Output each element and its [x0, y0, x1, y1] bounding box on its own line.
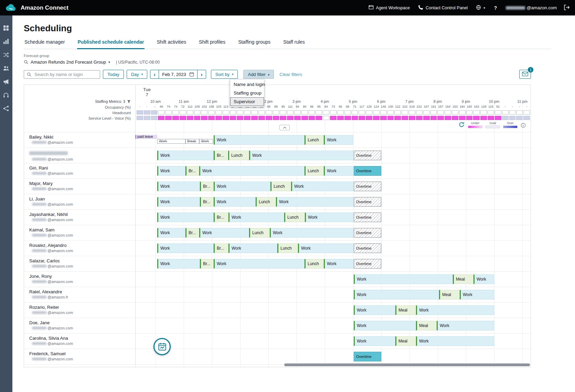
- schedule-bar-overtime[interactable]: Overtime: [354, 166, 381, 176]
- tab-staff-rules[interactable]: Staff rules: [283, 37, 306, 49]
- schedule-bar-overtime[interactable]: Overtime: [354, 151, 381, 160]
- schedule-bar-overtime[interactable]: Overtime: [354, 197, 381, 207]
- info-icon[interactable]: [521, 123, 526, 128]
- search-input[interactable]: [34, 72, 97, 77]
- today-button[interactable]: Today: [103, 70, 124, 79]
- schedule-bar-meal[interactable]: Meal: [395, 305, 416, 315]
- schedule-bar-overtime[interactable]: Overtime: [354, 213, 381, 222]
- schedule-bar-work[interactable]: Work: [214, 182, 270, 191]
- agent-workspace-link[interactable]: Agent Workspace: [369, 5, 410, 11]
- schedule-bar-br[interactable]: Br...: [214, 243, 228, 253]
- staffing-metrics-title[interactable]: Staffing Metrics: 3: [24, 99, 131, 104]
- schedule-bar-work[interactable]: Work: [354, 290, 439, 300]
- contact-control-panel-link[interactable]: Contact Control Panel: [418, 5, 468, 11]
- view-select[interactable]: Day▾: [127, 70, 148, 79]
- add-filter-button[interactable]: Add filter▴: [243, 70, 274, 79]
- schedule-bar-work[interactable]: Work: [157, 197, 200, 207]
- schedule-bar-br[interactable]: Br...: [214, 151, 227, 160]
- schedule-bar-work[interactable]: Work: [324, 259, 353, 269]
- previous-day-button[interactable]: ‹: [150, 70, 159, 79]
- schedule-bar-meal[interactable]: Meal: [439, 290, 460, 300]
- users-icon[interactable]: [3, 65, 9, 72]
- schedule-bar-work[interactable]: Work: [199, 166, 305, 176]
- collapse-metrics-button[interactable]: [279, 125, 290, 130]
- analytics-icon[interactable]: [3, 39, 9, 45]
- schedule-bar-work[interactable]: Work: [157, 259, 200, 269]
- schedule-bar-work[interactable]: Work: [324, 135, 353, 145]
- schedule-bar-work[interactable]: Work: [270, 228, 353, 238]
- schedule-bar-work[interactable]: Work: [228, 243, 277, 253]
- schedule-bar-work[interactable]: Work: [416, 305, 494, 315]
- schedule-bar-lunch[interactable]: Lunch: [305, 259, 324, 269]
- schedule-bar-work[interactable]: Work: [214, 197, 256, 207]
- tab-schedule-manager[interactable]: Schedule manager: [24, 37, 66, 49]
- clear-filters-link[interactable]: Clear filters: [279, 72, 302, 77]
- schedule-bar-work[interactable]: Work: [291, 182, 353, 191]
- schedule-bar-lunch[interactable]: Lunch: [249, 228, 270, 238]
- schedule-bar-br[interactable]: Br...: [200, 197, 214, 207]
- schedule-bar-work[interactable]: Work: [199, 139, 213, 144]
- schedule-bar-overtime[interactable]: Overtime: [354, 182, 381, 191]
- schedule-bar-br[interactable]: Br...: [200, 182, 214, 191]
- help-button[interactable]: ?: [494, 5, 497, 11]
- schedule-bar-work[interactable]: Work: [354, 336, 395, 346]
- tab-shift-profiles[interactable]: Shift profiles: [198, 37, 226, 49]
- sign-out-button[interactable]: [564, 4, 569, 11]
- schedule-bar-overtime[interactable]: Overtime: [354, 259, 381, 269]
- filter-menu-item-staffing-group[interactable]: Staffing group: [230, 89, 264, 97]
- refresh-icon[interactable]: [459, 122, 465, 128]
- date-input[interactable]: Feb 7, 2023: [159, 70, 197, 79]
- tab-staffing-groups[interactable]: Staffing groups: [237, 37, 271, 49]
- horizontal-scrollbar[interactable]: [284, 363, 530, 366]
- schedule-bar-work[interactable]: Work: [157, 166, 185, 176]
- sort-by-select[interactable]: Sort by▾: [211, 70, 238, 79]
- schedule-bar-work[interactable]: Work: [276, 197, 353, 207]
- schedule-bar-br[interactable]: Br...: [214, 213, 228, 222]
- schedule-bar-overtime[interactable]: Overtime: [354, 352, 381, 361]
- schedule-bar-meal[interactable]: Meal: [453, 274, 473, 284]
- filter-menu-item-name-and-login[interactable]: Name and login: [230, 80, 264, 89]
- schedule-bar-lunch[interactable]: Lunch: [270, 182, 291, 191]
- schedule-bar-work[interactable]: Work: [157, 182, 200, 191]
- schedule-bar-lunch[interactable]: Lunch: [305, 135, 324, 145]
- schedule-bar-work[interactable]: Work: [354, 321, 416, 330]
- flows-icon[interactable]: [3, 106, 9, 112]
- schedule-bar-work[interactable]: Work: [305, 213, 353, 222]
- schedule-bar-work[interactable]: Work: [354, 305, 395, 315]
- schedule-bar-work[interactable]: Work: [157, 228, 185, 238]
- forecast-group-select[interactable]: Amazon Refunds 2nd Forecast Group: [31, 59, 106, 65]
- tab-published-schedule-calendar[interactable]: Published schedule calendar: [77, 37, 145, 49]
- schedule-bar-work[interactable]: Work: [214, 259, 305, 269]
- schedule-bar-work[interactable]: Work: [199, 228, 249, 238]
- filter-menu-item-supervisor[interactable]: Supervisor: [230, 97, 264, 106]
- campaigns-icon[interactable]: [3, 79, 9, 85]
- schedule-bar-overtime[interactable]: Overtime: [354, 243, 381, 253]
- tab-shift-activities[interactable]: Shift activities: [156, 37, 187, 49]
- schedule-bar-lunch[interactable]: Lunch: [305, 166, 324, 176]
- schedule-bar-work[interactable]: Work: [354, 274, 453, 284]
- schedule-bar-work[interactable]: Work: [157, 213, 214, 222]
- schedule-bar-br[interactable]: Br...: [185, 166, 199, 176]
- schedule-bar-lunch[interactable]: Lunch: [277, 243, 298, 253]
- headset-icon[interactable]: [3, 92, 9, 98]
- schedule-bar-work[interactable]: Work: [228, 213, 284, 222]
- schedule-bar-meal[interactable]: Meal: [416, 321, 437, 330]
- schedule-bar-work[interactable]: Work: [157, 139, 185, 144]
- schedule-bar-br[interactable]: Br...: [185, 228, 199, 238]
- schedule-bar-meal[interactable]: Meal: [395, 336, 416, 346]
- language-selector[interactable]: ▾: [476, 5, 485, 11]
- schedule-bar-paid-leave[interactable]: paid leave: [135, 135, 157, 139]
- schedule-bar-work[interactable]: Work: [416, 336, 494, 346]
- schedule-bar-work[interactable]: Work: [324, 166, 353, 176]
- schedule-bar-work[interactable]: Work: [157, 243, 214, 253]
- next-day-button[interactable]: ›: [197, 70, 206, 79]
- schedule-bar-work[interactable]: Work: [298, 243, 353, 253]
- schedule-bar-lunch[interactable]: Lunch: [228, 151, 249, 160]
- dashboard-icon[interactable]: [3, 25, 9, 31]
- schedule-bar-lunch[interactable]: Lunch: [284, 213, 305, 222]
- schedule-bar-break[interactable]: Break: [185, 139, 199, 144]
- schedule-insights-button[interactable]: [153, 338, 171, 355]
- schedule-bar-work[interactable]: Work: [249, 151, 353, 160]
- schedule-bar-work[interactable]: Work: [460, 290, 494, 300]
- routing-icon[interactable]: [3, 52, 9, 58]
